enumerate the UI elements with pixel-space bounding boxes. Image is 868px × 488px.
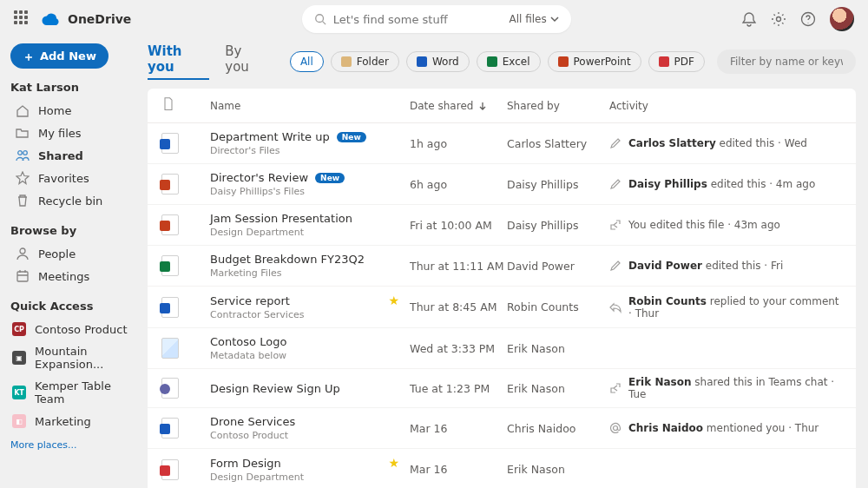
- user-avatar[interactable]: [830, 7, 854, 31]
- search-bar[interactable]: All files: [302, 5, 571, 33]
- shared-by: Carlos Slattery: [507, 137, 609, 150]
- file-type-icon: [161, 378, 179, 399]
- browse-item-meetings[interactable]: Meetings: [10, 265, 144, 287]
- table-row[interactable]: Form Design★Design DepartmentMar 16Erik …: [148, 449, 856, 488]
- file-type-icon: [161, 174, 179, 195]
- app-logo: OneDrive: [42, 12, 131, 26]
- date-shared: Wed at 3:33 PM: [410, 342, 507, 355]
- date-shared: Thur at 11:11 AM: [410, 260, 507, 273]
- quick-access-item[interactable]: ▣Mountain Expansion...: [10, 340, 144, 375]
- add-new-button[interactable]: ＋Add New: [10, 43, 108, 69]
- browse-item-people[interactable]: People: [10, 242, 144, 265]
- app-launcher-icon[interactable]: [14, 10, 31, 28]
- word-icon: [417, 56, 427, 67]
- date-shared: Tue at 1:23 PM: [410, 382, 507, 395]
- file-name: Form Design: [210, 457, 281, 470]
- site-tile-icon: KT: [12, 386, 26, 399]
- search-icon: [314, 13, 326, 25]
- file-name: Budget Breakdown FY23Q2: [210, 253, 365, 266]
- file-type-icon: [161, 214, 179, 235]
- file-location: Contoso Product: [210, 430, 410, 441]
- sidebar-item-my-files[interactable]: My files: [10, 122, 144, 144]
- more-places-link[interactable]: More places...: [10, 439, 77, 451]
- table-row[interactable]: Contoso LogoMetadata belowWed at 3:33 PM…: [148, 328, 856, 369]
- star-icon: [16, 171, 30, 185]
- activity-text: Daisy Phillips edited this · 4m ago: [609, 178, 842, 190]
- plus-icon: ＋: [23, 50, 35, 63]
- file-type-icon: [161, 459, 179, 480]
- file-location: Daisy Phillips's Files: [210, 186, 410, 197]
- search-scope-dropdown[interactable]: All files: [509, 13, 558, 25]
- quick-access-item[interactable]: CPContoso Product: [10, 318, 144, 340]
- help-icon[interactable]: [800, 11, 816, 27]
- filter-pill-powerpoint[interactable]: PowerPoint: [548, 51, 641, 72]
- date-shared: 6h ago: [410, 178, 507, 191]
- col-name[interactable]: Name: [210, 100, 410, 112]
- col-date[interactable]: Date shared: [410, 100, 507, 112]
- table-row[interactable]: Drone ServicesContoso ProductMar 16Chris…: [148, 408, 856, 449]
- gear-icon[interactable]: [771, 11, 786, 27]
- table-row[interactable]: Service report★Contractor ServicesThur a…: [148, 287, 856, 328]
- site-tile-icon: ◧: [12, 414, 26, 428]
- svg-point-8: [614, 426, 618, 431]
- tab-with-you[interactable]: With you: [148, 43, 209, 80]
- quick-access-item[interactable]: KTKemper Table Team: [10, 375, 144, 410]
- date-shared: Mar 16: [410, 463, 507, 476]
- excel-icon: [487, 56, 497, 67]
- svg-point-0: [315, 15, 323, 23]
- sidebar: ＋Add New Kat Larson HomeMy filesSharedFa…: [0, 38, 144, 488]
- col-activity[interactable]: Activity: [609, 100, 842, 112]
- sidebar-user-name: Kat Larson: [10, 81, 144, 94]
- shared-by: Erik Nason: [507, 382, 609, 395]
- sidebar-item-home[interactable]: Home: [10, 99, 144, 122]
- table-row[interactable]: Budget Breakdown FY23Q2Marketing FilesTh…: [148, 246, 856, 287]
- file-icon: [161, 97, 175, 111]
- activity-text: Chris Naidoo mentioned you · Thur: [609, 422, 842, 434]
- filter-pill-all[interactable]: All: [290, 51, 324, 72]
- favorite-star-icon[interactable]: ★: [388, 293, 399, 307]
- favorite-star-icon[interactable]: ★: [388, 456, 399, 470]
- file-type-icon: [161, 133, 179, 154]
- filter-input[interactable]: [717, 49, 856, 74]
- file-name: Director's Review: [210, 171, 308, 184]
- table-row[interactable]: Director's ReviewNewDaisy Phillips's Fil…: [148, 164, 856, 205]
- table-header: Name Date shared Shared by Activity: [148, 89, 856, 123]
- file-name: Drone Services: [210, 415, 295, 428]
- tab-by-you[interactable]: By you: [225, 43, 267, 80]
- file-location: Director's Files: [210, 145, 410, 156]
- onedrive-cloud-icon: [42, 13, 61, 25]
- home-icon: [16, 103, 30, 117]
- file-table: Name Date shared Shared by Activity Depa…: [148, 89, 856, 488]
- bell-icon[interactable]: [741, 11, 757, 27]
- file-name: Contoso Logo: [210, 335, 286, 348]
- filter-pill-word[interactable]: Word: [406, 51, 470, 72]
- search-input[interactable]: [333, 13, 510, 26]
- table-row[interactable]: Jam Session PresentationDesign Departmen…: [148, 205, 856, 246]
- col-shared-by[interactable]: Shared by: [507, 100, 609, 112]
- quick-access-item[interactable]: ◧Marketing: [10, 410, 144, 432]
- date-shared: 1h ago: [410, 137, 507, 150]
- filter-pill-pdf[interactable]: PDF: [648, 51, 705, 72]
- folder-icon: [341, 56, 352, 67]
- file-location: Design Department: [210, 472, 410, 483]
- activity-text: You edited this file · 43m ago: [609, 219, 842, 231]
- shared-by: David Power: [507, 260, 609, 273]
- site-tile-icon: ▣: [12, 351, 26, 365]
- date-shared: Thur at 8:45 AM: [410, 300, 507, 313]
- site-tile-icon: CP: [12, 322, 26, 336]
- svg-point-5: [23, 151, 28, 155]
- filter-pill-folder[interactable]: Folder: [331, 51, 399, 72]
- shared-by: Erik Nason: [507, 342, 609, 355]
- filter-pill-excel[interactable]: Excel: [477, 51, 541, 72]
- folder-icon: [16, 126, 30, 140]
- shared-by: Robin Counts: [507, 300, 609, 313]
- file-name: Service report: [210, 294, 290, 307]
- file-name: Design Review Sign Up: [210, 382, 340, 395]
- sidebar-item-recycle-bin[interactable]: Recycle bin: [10, 189, 144, 212]
- calendar-icon: [16, 269, 30, 283]
- file-type-icon: [161, 255, 179, 276]
- sidebar-item-favorites[interactable]: Favorites: [10, 167, 144, 189]
- table-row[interactable]: Design Review Sign UpTue at 1:23 PMErik …: [148, 369, 856, 408]
- table-row[interactable]: Department Write upNewDirector's Files1h…: [148, 123, 856, 164]
- sidebar-item-shared[interactable]: Shared: [10, 144, 144, 167]
